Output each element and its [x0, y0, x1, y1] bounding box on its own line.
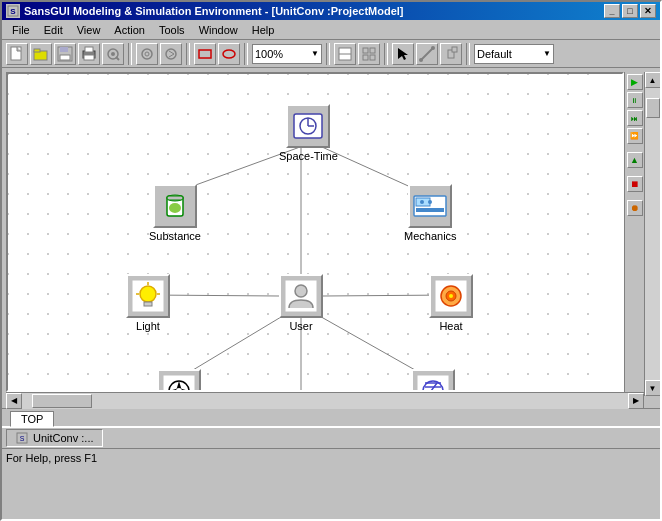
- toolbar-sep3: [244, 43, 248, 65]
- zoom-dropdown-icon[interactable]: ▼: [311, 49, 319, 58]
- canvas[interactable]: Space-Time Substance: [6, 72, 624, 392]
- tb-save-btn[interactable]: [54, 43, 76, 65]
- default-label: Default: [477, 48, 512, 60]
- electricity-icon: [411, 369, 455, 392]
- svg-point-66: [449, 294, 453, 298]
- light-label: Light: [136, 320, 160, 332]
- menu-file[interactable]: File: [6, 23, 36, 37]
- tb-preview-btn[interactable]: [102, 43, 124, 65]
- svg-rect-48: [167, 196, 183, 200]
- scroll-up-btn[interactable]: ▲: [645, 72, 661, 88]
- tb-redo-btn[interactable]: [160, 43, 182, 65]
- pause-btn[interactable]: ⏸: [627, 92, 643, 108]
- node-electricity[interactable]: Electricity: [409, 369, 456, 392]
- svg-rect-32: [452, 47, 457, 52]
- app-icon: S: [6, 4, 20, 18]
- toolbar-sep5: [384, 43, 388, 65]
- svg-rect-51: [416, 208, 444, 212]
- toolbar-sep4: [326, 43, 330, 65]
- tb-new-btn[interactable]: [6, 43, 28, 65]
- svg-line-13: [116, 57, 119, 60]
- svg-text:S: S: [10, 7, 16, 16]
- svg-rect-9: [85, 47, 93, 52]
- svg-point-16: [166, 49, 176, 59]
- node-mechanics[interactable]: Mechanics: [404, 184, 457, 242]
- menu-help[interactable]: Help: [246, 23, 281, 37]
- scroll-left-btn[interactable]: ◀: [6, 393, 22, 409]
- svg-rect-10: [84, 55, 94, 60]
- zoom-value: 100%: [255, 48, 283, 60]
- svg-line-18: [169, 54, 174, 57]
- tb-ellipse-btn[interactable]: [218, 43, 240, 65]
- menu-tools[interactable]: Tools: [153, 23, 191, 37]
- svg-rect-23: [363, 48, 368, 53]
- close-button[interactable]: ✕: [640, 4, 656, 18]
- light-icon: [126, 274, 170, 318]
- svg-point-52: [420, 200, 424, 204]
- toolbar-sep6: [466, 43, 470, 65]
- node-light[interactable]: Light: [126, 274, 170, 332]
- up-btn[interactable]: ▲: [627, 152, 643, 168]
- node-user[interactable]: User: [279, 274, 323, 332]
- tab-top[interactable]: TOP: [10, 411, 54, 427]
- rec-btn[interactable]: ⏺: [627, 200, 643, 216]
- taskbar-unitconv-btn[interactable]: S UnitConv :...: [6, 429, 103, 447]
- tb-cursor-btn[interactable]: [392, 43, 414, 65]
- zoom-combo[interactable]: 100% ▼: [252, 44, 322, 64]
- svg-rect-60: [144, 302, 152, 306]
- svg-rect-7: [60, 55, 70, 60]
- node-substance[interactable]: Substance: [149, 184, 201, 242]
- mechanics-label: Mechanics: [404, 230, 457, 242]
- tb-undo-btn[interactable]: [136, 43, 158, 65]
- v-scroll-track[interactable]: [645, 88, 661, 380]
- user-label: User: [289, 320, 312, 332]
- svg-rect-24: [370, 48, 375, 53]
- menu-view[interactable]: View: [71, 23, 107, 37]
- spacetime-label: Space-Time: [279, 150, 338, 162]
- heat-label: Heat: [439, 320, 462, 332]
- status-text: For Help, press F1: [6, 452, 97, 464]
- svg-point-14: [142, 49, 152, 59]
- svg-point-20: [223, 50, 235, 58]
- step-btn[interactable]: ⏭: [627, 110, 643, 126]
- menu-action[interactable]: Action: [108, 23, 151, 37]
- node-heat[interactable]: Heat: [429, 274, 473, 332]
- app-title: SansGUI Modeling & Simulation Environmen…: [24, 5, 404, 17]
- maximize-button[interactable]: □: [622, 4, 638, 18]
- svg-point-15: [145, 52, 149, 56]
- toolbar-sep1: [128, 43, 132, 65]
- taskbar-icon: S: [15, 431, 29, 445]
- canvas-area: Space-Time Substance: [6, 72, 644, 408]
- menu-edit[interactable]: Edit: [38, 23, 69, 37]
- minimize-button[interactable]: _: [604, 4, 620, 18]
- tab-top-label: TOP: [21, 413, 43, 425]
- taskbar: S UnitConv :...: [2, 426, 660, 448]
- default-dropdown-icon[interactable]: ▼: [543, 49, 551, 58]
- substance-icon: [153, 184, 197, 228]
- tb-grid-btn[interactable]: [358, 43, 380, 65]
- stop-btn[interactable]: ⏹: [627, 176, 643, 192]
- svg-text:S: S: [20, 435, 25, 442]
- tb-rect-btn[interactable]: [194, 43, 216, 65]
- node-radiology[interactable]: Radiology: [155, 369, 204, 392]
- mechanics-icon: [408, 184, 452, 228]
- toolbar-sep2: [186, 43, 190, 65]
- h-scroll-thumb[interactable]: [32, 394, 92, 408]
- scroll-down-btn[interactable]: ▼: [645, 380, 661, 396]
- scroll-right-btn[interactable]: ▶: [628, 393, 644, 409]
- tb-print-btn[interactable]: [78, 43, 100, 65]
- menu-window[interactable]: Window: [193, 23, 244, 37]
- tb-open-btn[interactable]: [30, 43, 52, 65]
- tb-node-btn[interactable]: [440, 43, 462, 65]
- svg-point-30: [431, 46, 435, 50]
- node-spacetime[interactable]: Space-Time: [279, 104, 338, 162]
- v-scroll-thumb[interactable]: [646, 98, 660, 118]
- h-scroll-track[interactable]: [22, 393, 628, 409]
- svg-rect-4: [34, 49, 40, 52]
- run-btn[interactable]: ▶: [627, 74, 643, 90]
- fast-btn[interactable]: ⏩: [627, 128, 643, 144]
- tb-page-btn[interactable]: [334, 43, 356, 65]
- tb-connect-btn[interactable]: [416, 43, 438, 65]
- default-combo[interactable]: Default ▼: [474, 44, 554, 64]
- substance-label: Substance: [149, 230, 201, 242]
